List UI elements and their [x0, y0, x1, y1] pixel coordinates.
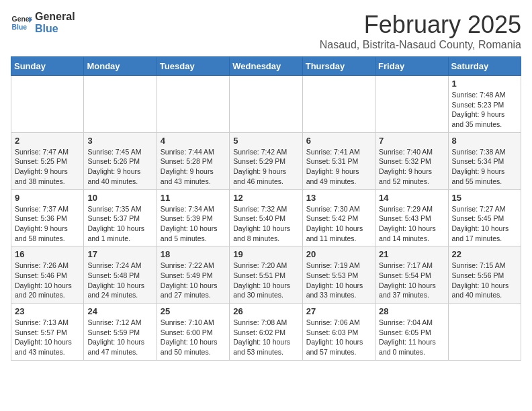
calendar-body: 1Sunrise: 7:48 AM Sunset: 5:23 PM Daylig…: [11, 76, 521, 361]
day-number: 6: [306, 136, 371, 146]
day-cell: [375, 76, 448, 133]
day-cell: 17Sunrise: 7:24 AM Sunset: 5:48 PM Dayli…: [84, 246, 157, 304]
day-number: 22: [452, 249, 517, 259]
day-cell: 4Sunrise: 7:44 AM Sunset: 5:28 PM Daylig…: [157, 132, 229, 189]
week-row-2: 2Sunrise: 7:47 AM Sunset: 5:25 PM Daylig…: [11, 132, 521, 189]
day-number: 17: [87, 249, 152, 259]
day-number: 2: [15, 136, 80, 146]
day-info: Sunrise: 7:19 AM Sunset: 5:53 PM Dayligh…: [306, 261, 371, 300]
day-number: 24: [87, 306, 152, 316]
weekday-header-tuesday: Tuesday: [157, 57, 229, 76]
weekday-header-monday: Monday: [84, 57, 157, 76]
day-cell: 23Sunrise: 7:13 AM Sunset: 5:57 PM Dayli…: [11, 304, 84, 361]
day-info: Sunrise: 7:37 AM Sunset: 5:36 PM Dayligh…: [15, 204, 80, 244]
day-info: Sunrise: 7:47 AM Sunset: 5:25 PM Dayligh…: [15, 147, 80, 187]
week-row-3: 9Sunrise: 7:37 AM Sunset: 5:36 PM Daylig…: [11, 189, 521, 246]
day-info: Sunrise: 7:22 AM Sunset: 5:49 PM Dayligh…: [161, 261, 226, 300]
day-info: Sunrise: 7:41 AM Sunset: 5:31 PM Dayligh…: [306, 147, 371, 187]
day-info: Sunrise: 7:13 AM Sunset: 5:57 PM Dayligh…: [15, 318, 80, 357]
day-cell: 14Sunrise: 7:29 AM Sunset: 5:43 PM Dayli…: [375, 189, 448, 246]
day-cell: [157, 76, 229, 133]
day-cell: 28Sunrise: 7:04 AM Sunset: 6:05 PM Dayli…: [375, 304, 448, 361]
day-number: 16: [15, 249, 80, 259]
day-info: Sunrise: 7:29 AM Sunset: 5:43 PM Dayligh…: [379, 204, 444, 244]
day-cell: 24Sunrise: 7:12 AM Sunset: 5:59 PM Dayli…: [84, 304, 157, 361]
day-number: 3: [87, 136, 152, 146]
svg-text:Blue: Blue: [12, 23, 28, 30]
day-cell: 15Sunrise: 7:27 AM Sunset: 5:45 PM Dayli…: [448, 189, 521, 246]
day-number: 20: [306, 249, 371, 259]
weekday-header-friday: Friday: [375, 57, 448, 76]
day-number: 18: [161, 249, 226, 259]
day-cell: 5Sunrise: 7:42 AM Sunset: 5:29 PM Daylig…: [230, 132, 302, 189]
day-cell: 6Sunrise: 7:41 AM Sunset: 5:31 PM Daylig…: [302, 132, 375, 189]
day-cell: [448, 304, 521, 361]
day-info: Sunrise: 7:38 AM Sunset: 5:34 PM Dayligh…: [452, 147, 517, 187]
day-number: 26: [233, 306, 298, 316]
day-cell: 19Sunrise: 7:20 AM Sunset: 5:51 PM Dayli…: [230, 246, 302, 304]
day-number: 27: [306, 306, 371, 316]
day-number: 13: [306, 193, 371, 203]
logo-icon: General Blue: [11, 12, 32, 34]
day-info: Sunrise: 7:45 AM Sunset: 5:26 PM Dayligh…: [87, 147, 152, 187]
day-info: Sunrise: 7:26 AM Sunset: 5:46 PM Dayligh…: [15, 261, 80, 300]
day-cell: 11Sunrise: 7:34 AM Sunset: 5:39 PM Dayli…: [157, 189, 229, 246]
day-number: 19: [233, 249, 298, 259]
day-info: Sunrise: 7:17 AM Sunset: 5:54 PM Dayligh…: [379, 261, 444, 300]
day-number: 7: [379, 136, 444, 146]
day-cell: 22Sunrise: 7:15 AM Sunset: 5:56 PM Dayli…: [448, 246, 521, 304]
day-cell: 9Sunrise: 7:37 AM Sunset: 5:36 PM Daylig…: [11, 189, 84, 246]
day-cell: 3Sunrise: 7:45 AM Sunset: 5:26 PM Daylig…: [84, 132, 157, 189]
day-info: Sunrise: 7:12 AM Sunset: 5:59 PM Dayligh…: [87, 318, 152, 357]
day-info: Sunrise: 7:48 AM Sunset: 5:23 PM Dayligh…: [452, 90, 517, 130]
calendar: SundayMondayTuesdayWednesdayThursdayFrid…: [11, 56, 521, 361]
day-number: 10: [87, 193, 152, 203]
logo: General Blue General Blue: [11, 11, 75, 34]
day-cell: 26Sunrise: 7:08 AM Sunset: 6:02 PM Dayli…: [230, 304, 302, 361]
day-info: Sunrise: 7:27 AM Sunset: 5:45 PM Dayligh…: [452, 204, 517, 244]
day-cell: 7Sunrise: 7:40 AM Sunset: 5:32 PM Daylig…: [375, 132, 448, 189]
day-number: 25: [161, 306, 226, 316]
day-info: Sunrise: 7:35 AM Sunset: 5:37 PM Dayligh…: [87, 204, 152, 244]
day-cell: 25Sunrise: 7:10 AM Sunset: 6:00 PM Dayli…: [157, 304, 229, 361]
day-number: 9: [15, 193, 80, 203]
day-number: 15: [452, 193, 517, 203]
day-cell: 12Sunrise: 7:32 AM Sunset: 5:40 PM Dayli…: [230, 189, 302, 246]
day-info: Sunrise: 7:42 AM Sunset: 5:29 PM Dayligh…: [233, 147, 298, 187]
day-info: Sunrise: 7:15 AM Sunset: 5:56 PM Dayligh…: [452, 261, 517, 300]
day-number: 14: [379, 193, 444, 203]
calendar-header: SundayMondayTuesdayWednesdayThursdayFrid…: [11, 57, 521, 76]
day-cell: [302, 76, 375, 133]
weekday-header-wednesday: Wednesday: [230, 57, 302, 76]
day-cell: 16Sunrise: 7:26 AM Sunset: 5:46 PM Dayli…: [11, 246, 84, 304]
day-cell: 20Sunrise: 7:19 AM Sunset: 5:53 PM Dayli…: [302, 246, 375, 304]
day-info: Sunrise: 7:20 AM Sunset: 5:51 PM Dayligh…: [233, 261, 298, 300]
weekday-header-sunday: Sunday: [11, 57, 84, 76]
day-info: Sunrise: 7:06 AM Sunset: 6:03 PM Dayligh…: [306, 318, 371, 357]
logo-blue: Blue: [35, 23, 75, 35]
day-cell: 1Sunrise: 7:48 AM Sunset: 5:23 PM Daylig…: [448, 76, 521, 133]
logo-general: General: [35, 11, 75, 23]
day-info: Sunrise: 7:24 AM Sunset: 5:48 PM Dayligh…: [87, 261, 152, 300]
day-info: Sunrise: 7:44 AM Sunset: 5:28 PM Dayligh…: [161, 147, 226, 187]
day-number: 8: [452, 136, 517, 146]
day-cell: 13Sunrise: 7:30 AM Sunset: 5:42 PM Dayli…: [302, 189, 375, 246]
day-info: Sunrise: 7:04 AM Sunset: 6:05 PM Dayligh…: [379, 318, 444, 357]
week-row-4: 16Sunrise: 7:26 AM Sunset: 5:46 PM Dayli…: [11, 246, 521, 304]
day-cell: 27Sunrise: 7:06 AM Sunset: 6:03 PM Dayli…: [302, 304, 375, 361]
month-title: February 2025: [320, 11, 521, 39]
day-number: 12: [233, 193, 298, 203]
day-info: Sunrise: 7:08 AM Sunset: 6:02 PM Dayligh…: [233, 318, 298, 357]
day-info: Sunrise: 7:10 AM Sunset: 6:00 PM Dayligh…: [161, 318, 226, 357]
day-number: 21: [379, 249, 444, 259]
day-cell: 21Sunrise: 7:17 AM Sunset: 5:54 PM Dayli…: [375, 246, 448, 304]
day-number: 23: [15, 306, 80, 316]
weekday-header-row: SundayMondayTuesdayWednesdayThursdayFrid…: [11, 57, 521, 76]
day-number: 1: [452, 79, 517, 89]
day-cell: 2Sunrise: 7:47 AM Sunset: 5:25 PM Daylig…: [11, 132, 84, 189]
page-header: General Blue General Blue February 2025 …: [11, 11, 521, 51]
day-info: Sunrise: 7:34 AM Sunset: 5:39 PM Dayligh…: [161, 204, 226, 244]
day-cell: [11, 76, 84, 133]
weekday-header-thursday: Thursday: [302, 57, 375, 76]
day-cell: 10Sunrise: 7:35 AM Sunset: 5:37 PM Dayli…: [84, 189, 157, 246]
